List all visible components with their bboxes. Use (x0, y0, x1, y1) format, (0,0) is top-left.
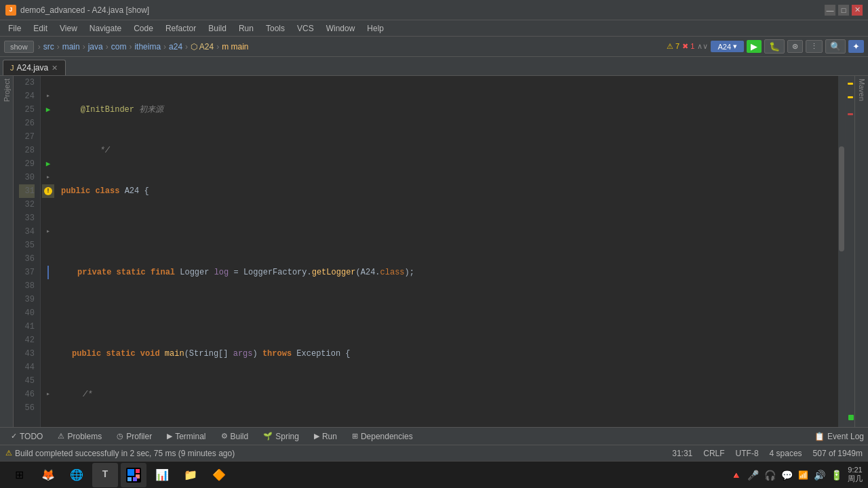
right-sidebar[interactable]: Maven (854, 76, 868, 427)
maven-panel-label[interactable]: Maven (858, 79, 866, 101)
tab-a24[interactable]: J A24.java ✕ (3, 60, 66, 75)
fold-icon-24[interactable]: ▸ (46, 89, 50, 103)
start-button[interactable]: ⊞ (5, 463, 33, 487)
code-content[interactable]: @InitBinder 初来源 */ public class A24 { pr… (56, 76, 845, 427)
tray-wifi[interactable]: 📶 (798, 470, 808, 480)
gutter-27 (42, 130, 54, 144)
maximize-button[interactable]: □ (838, 5, 849, 16)
breadcrumb-src[interactable]: src (43, 42, 54, 52)
menu-refactor[interactable]: Refactor (160, 22, 201, 35)
menu-code[interactable]: Code (128, 22, 159, 35)
bottom-tab-deps[interactable]: ⊞ Dependencies (345, 430, 420, 443)
svg-rect-5 (133, 477, 137, 481)
fold-icon-34[interactable]: ▸ (46, 225, 50, 239)
more-actions-button[interactable]: ⋮ (806, 40, 823, 53)
warnings-bar: ⚠ 7 ✖ 1 ∧∨ (667, 42, 708, 51)
cursor-position[interactable]: 31:31 (672, 449, 692, 458)
code-editor[interactable]: 23 24 25 26 27 28 29 30 31 32 33 34 35 3… (14, 76, 854, 427)
run-icon-29[interactable]: ▶ (46, 157, 51, 171)
system-tray: 🔺 🎤 🎧 💬 📶 🔊 🔋 9:21 周几 (730, 466, 863, 484)
tray-network[interactable]: 🔺 (730, 470, 742, 481)
menu-window[interactable]: Window (321, 22, 361, 35)
gutter-42 (42, 333, 54, 347)
taskbar-files[interactable]: 📁 (178, 463, 203, 487)
fold-icon-30[interactable]: ▸ (46, 171, 50, 184)
ai-button[interactable]: ✦ (848, 40, 864, 53)
warning-count[interactable]: ⚠ 7 (667, 42, 679, 51)
tray-volume[interactable]: 🔊 (814, 470, 825, 481)
line-ending: CRLF (703, 449, 724, 458)
project-panel-label[interactable]: Project (3, 79, 11, 102)
code-line-23: @InitBinder 初来源 (61, 103, 845, 117)
breadcrumb-com[interactable]: com (111, 42, 127, 52)
vertical-scrollbar[interactable] (838, 76, 845, 427)
menu-edit[interactable]: Edit (28, 22, 53, 35)
event-log-button[interactable]: 📋 Event Log (814, 432, 864, 441)
bottom-tab-problems[interactable]: ⚠ Problems (51, 430, 108, 443)
show-button[interactable]: show (4, 41, 34, 53)
breadcrumb-class[interactable]: ⬡ A24 (191, 42, 214, 52)
fold-icon-46[interactable]: ▸ (46, 388, 50, 401)
search-button[interactable]: 🔍 (825, 39, 846, 54)
indent-size: 4 spaces (770, 449, 802, 458)
close-button[interactable]: ✕ (852, 5, 863, 16)
taskbar-firefox[interactable]: 🦊 (35, 463, 61, 487)
taskbar-edge[interactable]: 🌐 (64, 463, 90, 487)
gutter-56 (42, 401, 54, 415)
title-bar-left: J demo6_advanced - A24.java [show] (5, 5, 149, 16)
warn-icon-31[interactable]: ! (44, 187, 52, 195)
menu-navigate[interactable]: Navigate (84, 22, 127, 35)
run-config-button[interactable]: A24 ▾ (711, 41, 744, 52)
run-button[interactable]: ▶ (747, 40, 762, 53)
coverage-button[interactable]: ⊛ (787, 40, 803, 53)
tab-close-button[interactable]: ✕ (51, 64, 58, 73)
margin-err-1 (848, 113, 853, 115)
todo-label: TODO (20, 432, 43, 441)
bottom-tab-run[interactable]: ▶ Run (307, 430, 344, 443)
taskbar-vlc[interactable]: 🔶 (206, 463, 232, 487)
run-icon-25[interactable]: ▶ (46, 103, 51, 117)
taskbar-clock[interactable]: 9:21 周几 (848, 466, 863, 484)
margin-warn-1 (848, 83, 853, 85)
build-label: Build (231, 432, 249, 441)
bottom-tab-spring[interactable]: 🌱 Spring (256, 430, 306, 443)
bottom-tab-build[interactable]: ⚙ Build (214, 430, 256, 443)
breadcrumb-a24[interactable]: a24 (169, 42, 182, 52)
event-log-icon: 📋 (814, 432, 825, 441)
deps-label: Dependencies (361, 432, 413, 441)
gutter-34: ▸ (42, 225, 54, 239)
tray-battery[interactable]: 🔋 (831, 470, 842, 481)
minimize-button[interactable]: — (825, 5, 835, 16)
taskbar-text-editor[interactable]: T (92, 463, 118, 487)
left-sidebar[interactable]: Project (0, 76, 14, 427)
gutter-icons: ▸ ▶ ▶ ▸ ! ▸ (41, 76, 56, 427)
clock-date: 周几 (848, 474, 863, 484)
breadcrumb-itheima[interactable]: itheima (134, 42, 161, 52)
tray-mic[interactable]: 🎤 (747, 470, 759, 481)
status-right: 31:31 CRLF UTF-8 4 spaces 507 of 1949m (672, 449, 863, 458)
menu-file[interactable]: File (3, 22, 26, 35)
taskbar-intellij[interactable] (121, 463, 146, 487)
breadcrumb-main[interactable]: main (62, 42, 80, 52)
build-status-message: Build completed successfully in 2 sec, 7… (15, 449, 235, 458)
menu-help[interactable]: Help (361, 22, 389, 35)
error-count[interactable]: ✖ 1 (682, 42, 694, 51)
gutter-44 (42, 361, 54, 374)
debug-button[interactable]: 🐛 (764, 39, 785, 54)
menu-run[interactable]: Run (233, 22, 259, 35)
breadcrumb-java[interactable]: java (88, 42, 103, 52)
menu-view[interactable]: View (54, 22, 83, 35)
tray-chat[interactable]: 💬 (781, 470, 793, 481)
scrollbar-thumb[interactable] (839, 146, 844, 251)
nav-chevron[interactable]: ∧∨ (697, 42, 708, 51)
tab-label: A24.java (17, 63, 49, 73)
menu-vcs[interactable]: VCS (292, 22, 319, 35)
tray-headset[interactable]: 🎧 (764, 470, 776, 481)
bottom-tab-profiler[interactable]: ◷ Profiler (110, 430, 159, 443)
bottom-tab-todo[interactable]: ✓ TODO (4, 430, 50, 443)
menu-tools[interactable]: Tools (260, 22, 290, 35)
taskbar-powerpoint[interactable]: 📊 (149, 463, 175, 487)
menu-build[interactable]: Build (203, 22, 232, 35)
breadcrumb-method[interactable]: m main (222, 42, 248, 52)
bottom-tab-terminal[interactable]: ▶ Terminal (160, 430, 212, 443)
